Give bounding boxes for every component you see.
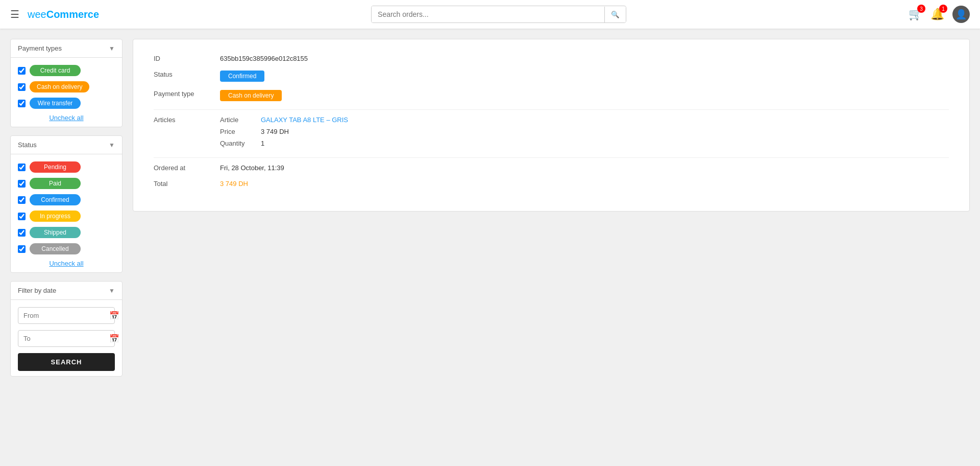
list-item: Confirmed (18, 194, 115, 205)
header: ☰ weeCommerce 🔍 🛒 3 🔔 1 👤 (0, 0, 980, 29)
payment-type-label: Payment type (154, 90, 220, 98)
status-chevron: ▼ (109, 142, 115, 149)
order-detail: ID 635bb159c385996e012c8155 Status Confi… (133, 39, 970, 212)
bell-icon-wrapper[interactable]: 🔔 1 (930, 8, 944, 21)
articles-row: Articles Article GALAXY TAB A8 LTE – GRI… (154, 116, 949, 149)
avatar[interactable]: 👤 (952, 6, 970, 23)
logo-commerce: Commerce (46, 9, 99, 20)
in-progress-checkbox[interactable] (18, 213, 26, 220)
search-input[interactable] (372, 6, 604, 22)
cash-on-delivery-checkbox[interactable] (18, 83, 26, 91)
payment-types-header[interactable]: Payment types ▼ (11, 39, 122, 58)
article-link[interactable]: GALAXY TAB A8 LTE – GRIS (261, 116, 348, 124)
quantity-label: Quantity (220, 139, 261, 147)
quantity-value: 1 (261, 139, 264, 147)
header-right: 🛒 3 🔔 1 👤 (909, 6, 970, 23)
list-item: Cancelled (18, 243, 115, 254)
ordered-at-row: Ordered at Fri, 28 October, 11:39 (154, 164, 949, 172)
cancelled-checkbox[interactable] (18, 245, 26, 253)
cart-badge: 3 (917, 5, 925, 13)
article-sub-row: Article GALAXY TAB A8 LTE – GRIS (220, 116, 348, 124)
header-left: ☰ weeCommerce (10, 8, 99, 20)
divider (154, 109, 949, 110)
cancelled-badge: Cancelled (30, 243, 81, 254)
filter-by-date-body: 📅 📅 SEARCH (11, 300, 122, 376)
payment-type-row: Payment type Cash on delivery (154, 90, 949, 101)
cash-on-delivery-badge: Cash on delivery (30, 81, 89, 92)
list-item: Cash on delivery (18, 81, 115, 92)
id-label: ID (154, 55, 220, 62)
filter-by-date-card: Filter by date ▼ 📅 📅 SEARCH (10, 281, 122, 377)
status-body: Pending Paid Confirmed In progress Shipp… (11, 154, 122, 272)
logo-wee: wee (28, 9, 46, 20)
from-date-row: 📅 (18, 307, 115, 324)
list-item: Shipped (18, 227, 115, 238)
confirmed-checkbox[interactable] (18, 196, 26, 204)
list-item: Paid (18, 178, 115, 189)
to-calendar-icon[interactable]: 📅 (109, 334, 119, 343)
confirmed-badge: Confirmed (30, 194, 81, 205)
menu-icon[interactable]: ☰ (10, 8, 19, 20)
price-value: 3 749 DH (261, 128, 289, 135)
articles-block: Article GALAXY TAB A8 LTE – GRIS Price 3… (220, 116, 348, 149)
list-item: In progress (18, 211, 115, 222)
payment-types-body: Credit card Cash on delivery Wire transf… (11, 58, 122, 127)
divider-2 (154, 157, 949, 158)
shipped-checkbox[interactable] (18, 229, 26, 237)
list-item: Credit card (18, 65, 115, 76)
credit-card-checkbox[interactable] (18, 67, 26, 75)
filter-by-date-label: Filter by date (18, 287, 56, 294)
search-bar: 🔍 (371, 6, 626, 23)
articles-label: Articles (154, 116, 220, 124)
status-row: Status Confirmed (154, 71, 949, 82)
filter-by-date-chevron: ▼ (109, 287, 115, 294)
main-content: Payment types ▼ Credit card Cash on deli… (0, 29, 980, 466)
search-button[interactable]: 🔍 (604, 7, 626, 22)
avatar-icon: 👤 (955, 9, 967, 20)
in-progress-badge: In progress (30, 211, 81, 222)
id-row: ID 635bb159c385996e012c8155 (154, 55, 949, 62)
bell-badge: 1 (939, 5, 947, 13)
payment-types-label: Payment types (18, 44, 62, 52)
payment-types-card: Payment types ▼ Credit card Cash on deli… (10, 39, 122, 127)
to-date-input[interactable] (23, 335, 109, 342)
list-item: Wire transfer (18, 98, 115, 109)
paid-badge: Paid (30, 178, 81, 189)
id-value: 635bb159c385996e012c8155 (220, 55, 308, 62)
from-date-input[interactable] (23, 312, 109, 319)
ordered-at-value: Fri, 28 October, 11:39 (220, 164, 284, 172)
total-row: Total 3 749 DH (154, 180, 949, 188)
pending-badge: Pending (30, 161, 81, 173)
search-date-button[interactable]: SEARCH (18, 353, 115, 371)
logo: weeCommerce (28, 9, 99, 20)
total-value: 3 749 DH (220, 180, 248, 188)
from-calendar-icon[interactable]: 📅 (109, 311, 119, 320)
wire-transfer-badge: Wire transfer (30, 98, 81, 109)
wire-transfer-checkbox[interactable] (18, 100, 26, 107)
sidebar: Payment types ▼ Credit card Cash on deli… (10, 39, 122, 456)
list-item: Pending (18, 161, 115, 173)
status-label: Status (18, 141, 37, 149)
status-header[interactable]: Status ▼ (11, 136, 122, 154)
article-label: Article (220, 116, 261, 124)
pending-checkbox[interactable] (18, 164, 26, 171)
price-label: Price (220, 128, 261, 135)
total-label: Total (154, 180, 220, 188)
quantity-sub-row: Quantity 1 (220, 139, 348, 147)
to-date-row: 📅 (18, 330, 115, 347)
paid-checkbox[interactable] (18, 180, 26, 188)
status-card: Status ▼ Pending Paid Confirmed (10, 135, 122, 273)
cart-icon-wrapper[interactable]: 🛒 3 (909, 8, 922, 21)
ordered-at-label: Ordered at (154, 164, 220, 172)
status-field-label: Status (154, 71, 220, 78)
shipped-badge: Shipped (30, 227, 81, 238)
filter-by-date-header[interactable]: Filter by date ▼ (11, 282, 122, 300)
status-uncheck-all[interactable]: Uncheck all (18, 260, 115, 267)
payment-types-uncheck-all[interactable]: Uncheck all (18, 114, 115, 122)
payment-types-chevron: ▼ (109, 45, 115, 52)
payment-type-badge: Cash on delivery (220, 90, 282, 101)
status-badge: Confirmed (220, 71, 264, 82)
search-icon: 🔍 (611, 11, 620, 18)
price-sub-row: Price 3 749 DH (220, 128, 348, 135)
credit-card-badge: Credit card (30, 65, 81, 76)
